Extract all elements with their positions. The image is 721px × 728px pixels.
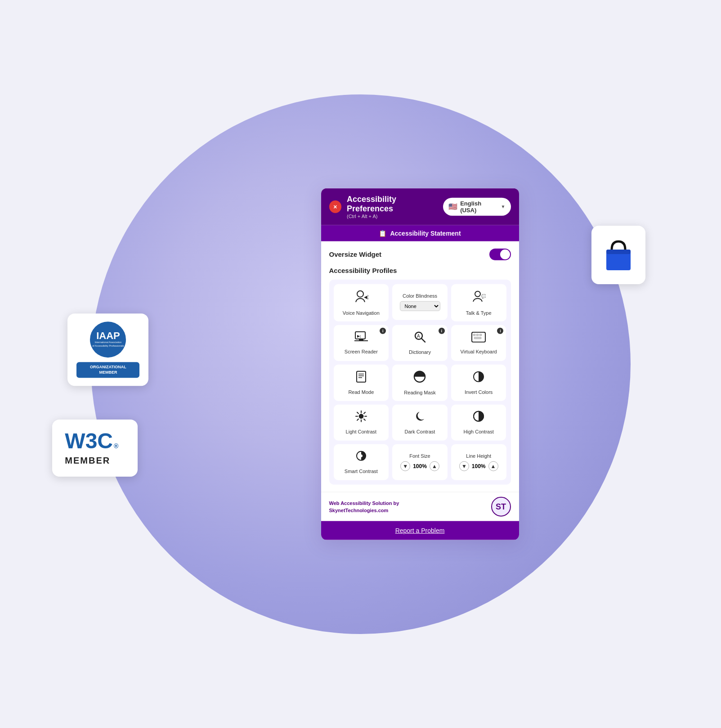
svg-text:◀): ◀) <box>364 294 368 299</box>
read-mode-label: Read Mode <box>348 389 374 395</box>
chevron-down-icon: ▼ <box>501 204 506 209</box>
reading-mask-icon <box>413 370 426 387</box>
statement-icon: 📋 <box>379 229 386 237</box>
smart-contrast-card[interactable]: Smart Contrast <box>334 444 389 480</box>
footer-link[interactable]: SkynetTechnologies.com <box>329 508 389 513</box>
high-contrast-card[interactable]: High Contrast <box>451 405 506 441</box>
iaap-subtext: International Associationof Accessibilit… <box>90 341 125 348</box>
color-blindness-card: Color Blindness None Protanopia Deuteran… <box>392 284 448 320</box>
bottom-controls-row: Smart Contrast Font Size ▼ 100% ▲ Line H <box>334 444 506 480</box>
line-height-stepper: ▼ 100% ▲ <box>459 461 498 471</box>
svg-text:A: A <box>417 334 420 339</box>
profiles-grid: ◀) Voice Navigation Color Blindness None… <box>329 279 511 485</box>
font-size-value: 100% <box>413 463 427 469</box>
dark-contrast-label: Dark Contrast <box>405 429 435 435</box>
report-problem-link[interactable]: Report a Problem <box>395 527 445 534</box>
iaap-text: IAAP <box>96 331 120 341</box>
oversize-widget-toggle[interactable] <box>489 248 511 260</box>
reading-mask-card[interactable]: Reading Mask <box>392 365 448 401</box>
svg-text:▶|: ▶| <box>357 334 361 338</box>
voice-navigation-card[interactable]: ◀) Voice Navigation <box>334 284 389 321</box>
light-contrast-card[interactable]: Light Contrast <box>334 405 389 441</box>
read-mode-card[interactable]: Read Mode <box>334 365 389 401</box>
font-size-decrease-button[interactable]: ▼ <box>400 461 410 471</box>
shopping-bag-icon <box>603 237 634 273</box>
accessibility-profiles-label: Accessibility Profiles <box>329 266 511 274</box>
invert-colors-label: Invert Colors <box>465 389 493 395</box>
dictionary-label: Dictionary <box>409 349 431 355</box>
reading-mask-label: Reading Mask <box>404 389 435 396</box>
font-size-stepper: ▼ 100% ▲ <box>400 461 439 471</box>
statement-label: Accessibility Statement <box>390 229 461 237</box>
dictionary-icon: A <box>413 331 426 346</box>
features-grid: i ▶| Screen Reader i A Dictionary <box>334 325 506 441</box>
talk-and-type-icon: 💬 <box>471 289 486 307</box>
svg-line-30 <box>364 412 365 414</box>
color-blindness-title: Color Blindness <box>403 293 437 298</box>
dark-contrast-card[interactable]: Dark Contrast <box>392 405 448 441</box>
header-title-block: Accessibility Preferences (Ctrl + Alt + … <box>347 194 443 219</box>
oversize-widget-label: Oversize Widget <box>329 250 382 258</box>
color-blindness-select[interactable]: None Protanopia Deuteranopia Tritanopia <box>400 301 440 311</box>
svg-line-29 <box>364 419 365 420</box>
voice-navigation-label: Voice Navigation <box>343 309 380 316</box>
talk-and-type-label: Talk & Type <box>466 309 492 316</box>
widget-body: Oversize Widget Accessibility Profiles ◀… <box>321 241 519 492</box>
font-size-increase-button[interactable]: ▲ <box>430 461 439 471</box>
svg-rect-8 <box>359 339 363 341</box>
shopping-bag-card <box>591 226 645 284</box>
high-contrast-icon <box>472 410 485 426</box>
smart-contrast-icon <box>355 450 367 465</box>
svg-rect-16 <box>474 337 481 339</box>
svg-point-35 <box>360 455 363 457</box>
screen-reader-card[interactable]: i ▶| Screen Reader <box>334 325 389 361</box>
dictionary-card[interactable]: i A Dictionary <box>392 325 448 361</box>
voice-navigation-icon: ◀) <box>354 289 368 307</box>
virtual-keyboard-card[interactable]: i Virtual Keyboard <box>451 325 506 361</box>
svg-rect-14 <box>476 334 479 335</box>
dictionary-info-icon: i <box>439 328 445 334</box>
w3c-member-label: MEMBER <box>65 456 110 466</box>
footer-logo: ST <box>491 497 511 517</box>
svg-rect-13 <box>473 334 475 335</box>
widget-header: × Accessibility Preferences (Ctrl + Alt … <box>321 188 519 225</box>
light-contrast-label: Light Contrast <box>346 429 376 435</box>
svg-rect-15 <box>479 334 482 335</box>
iaap-org-label: ORGANIZATIONAL MEMBER <box>76 362 139 378</box>
screen-reader-label: Screen Reader <box>345 348 378 355</box>
virtual-keyboard-icon <box>471 331 486 345</box>
w3c-logo: W3C® <box>65 430 118 452</box>
smart-contrast-label: Smart Contrast <box>345 468 378 474</box>
iaap-badge: IAAP International Associationof Accessi… <box>67 313 148 386</box>
virtual-keyboard-label: Virtual Keyboard <box>461 348 497 354</box>
font-size-label: Font Size <box>409 453 430 459</box>
high-contrast-label: High Contrast <box>464 429 494 435</box>
svg-line-31 <box>357 419 358 420</box>
accessibility-statement-bar[interactable]: 📋 Accessibility Statement <box>321 225 519 241</box>
invert-colors-card[interactable]: Invert Colors <box>451 365 506 401</box>
line-height-decrease-button[interactable]: ▼ <box>459 461 469 471</box>
svg-text:💬: 💬 <box>481 293 486 299</box>
close-button[interactable]: × <box>329 200 341 213</box>
dark-contrast-icon <box>413 410 426 426</box>
read-mode-icon <box>355 371 367 386</box>
line-height-increase-button[interactable]: ▲ <box>488 461 498 471</box>
language-button[interactable]: 🇺🇸 English (USA) ▼ <box>443 197 511 215</box>
line-height-label: Line Height <box>466 453 491 459</box>
iaap-logo: IAAP International Associationof Accessi… <box>90 322 126 357</box>
widget-title: Accessibility Preferences <box>347 194 443 213</box>
svg-line-28 <box>357 412 358 414</box>
widget-subtitle: (Ctrl + Alt + A) <box>347 213 443 219</box>
line-height-value: 100% <box>472 463 486 469</box>
oversize-widget-row: Oversize Widget <box>329 248 511 260</box>
accessibility-widget: × Accessibility Preferences (Ctrl + Alt … <box>321 188 519 540</box>
font-size-card: Font Size ▼ 100% ▲ <box>392 444 448 480</box>
line-height-card: Line Height ▼ 100% ▲ <box>451 444 506 480</box>
footer-text: Web Accessibility Solution by SkynetTech… <box>329 499 399 514</box>
talk-and-type-card[interactable]: 💬 Talk & Type <box>451 284 506 321</box>
flag-icon: 🇺🇸 <box>448 202 457 211</box>
light-contrast-icon <box>355 410 367 426</box>
screen-reader-icon: ▶| <box>354 331 368 346</box>
invert-colors-icon <box>472 371 485 386</box>
report-bar: Report a Problem <box>321 521 519 540</box>
